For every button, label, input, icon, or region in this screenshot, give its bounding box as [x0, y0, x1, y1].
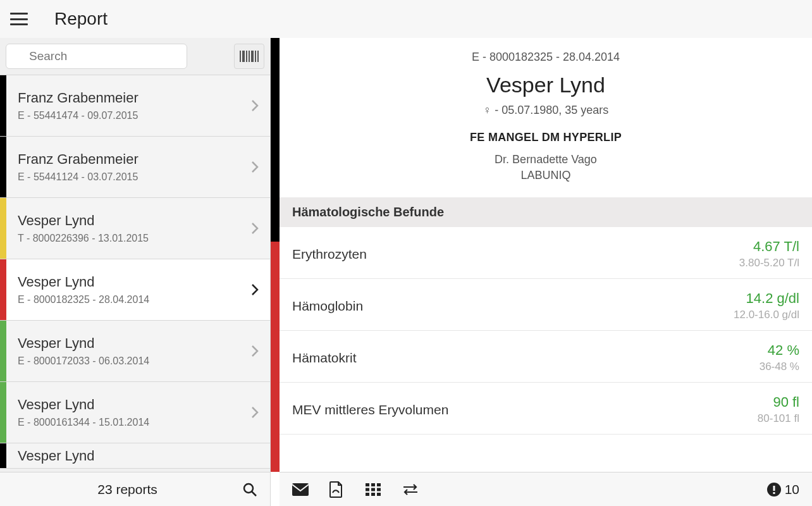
chevron-right-icon: [251, 222, 270, 235]
svg-rect-16: [773, 492, 775, 494]
svg-rect-15: [773, 486, 775, 491]
report-item-name: Vesper Lynd: [18, 397, 245, 413]
report-item-name: Vesper Lynd: [18, 448, 264, 464]
chevron-right-icon: [251, 283, 270, 296]
result-row[interactable]: Erythrozyten4.67 T/l3.80-5.20 T/l: [280, 227, 812, 279]
svg-rect-11: [366, 493, 369, 496]
swap-icon[interactable]: [402, 483, 420, 496]
chevron-right-icon: [251, 161, 270, 173]
status-stripe: [0, 443, 6, 468]
results-section-header: Hämatologische Befunde: [280, 197, 812, 227]
warning-icon: [767, 483, 781, 497]
result-label: Hämoglobin: [292, 299, 734, 314]
results-list: Erythrozyten4.67 T/l3.80-5.20 T/lHämoglo…: [280, 227, 812, 472]
report-list-item[interactable]: Franz GrabenmeierE - 55441124 - 03.07.20…: [0, 137, 270, 198]
report-item-name: Vesper Lynd: [18, 213, 245, 229]
result-row[interactable]: MEV mittleres Eryvolumen90 fl80-101 fl: [280, 383, 812, 435]
search-input[interactable]: [6, 44, 187, 69]
report-item-meta: E - 8000182325 - 28.04.2014: [18, 294, 245, 305]
report-item-name: Vesper Lynd: [18, 335, 245, 352]
pdf-icon[interactable]: [329, 481, 347, 498]
svg-rect-9: [371, 488, 375, 491]
result-value: 90 fl: [758, 394, 799, 410]
status-stripe: [0, 259, 6, 320]
report-item-meta: T - 8000226396 - 13.01.2015: [18, 233, 245, 244]
mail-icon[interactable]: [292, 483, 310, 496]
result-row[interactable]: Hämatokrit42 %36-48 %: [280, 331, 812, 383]
svg-rect-12: [371, 493, 375, 496]
patient-name: Vesper Lynd: [286, 73, 806, 97]
grid-icon[interactable]: [366, 483, 383, 496]
result-value: 14.2 g/dl: [734, 290, 799, 307]
report-list: Franz GrabenmeierE - 55441474 - 09.07.20…: [0, 75, 270, 472]
result-label: Erythrozyten: [292, 247, 739, 262]
patient-lab: LABUNIQ: [286, 169, 806, 182]
report-list-item[interactable]: Vesper LyndE - 8000172033 - 06.03.2014: [0, 321, 270, 382]
report-item-name: Franz Grabenmeier: [18, 151, 245, 168]
chevron-right-icon: [251, 345, 270, 357]
svg-rect-4: [292, 483, 309, 496]
result-label: MEV mittleres Eryvolumen: [292, 402, 758, 417]
app-header: Report: [0, 0, 812, 38]
report-item-name: Franz Grabenmeier: [18, 90, 245, 106]
report-item-meta: E - 55441474 - 09.07.2015: [18, 110, 245, 121]
patient-header: E - 8000182325 - 28.04.2014 Vesper Lynd …: [280, 38, 812, 197]
svg-line-3: [252, 491, 256, 496]
svg-rect-7: [377, 483, 381, 486]
svg-point-2: [244, 484, 253, 493]
status-stripe: [0, 198, 6, 259]
search-button[interactable]: [242, 482, 257, 497]
status-stripe: [0, 382, 6, 443]
svg-rect-8: [366, 488, 369, 491]
chevron-right-icon: [251, 99, 270, 112]
result-range: 12.0-16.0 g/dl: [734, 309, 799, 321]
barcode-button[interactable]: [234, 44, 264, 69]
page-title: Report: [54, 9, 108, 29]
patient-demo: ♀ - 05.07.1980, 35 years: [286, 104, 806, 117]
result-value: 4.67 T/l: [739, 238, 799, 255]
report-item-meta: E - 8000161344 - 15.01.2014: [18, 417, 245, 428]
warning-indicator[interactable]: 10: [767, 482, 799, 497]
svg-rect-13: [377, 493, 381, 496]
result-range: 3.80-5.20 T/l: [739, 257, 799, 269]
barcode-icon: [240, 51, 259, 62]
report-item-name: Vesper Lynd: [18, 274, 245, 290]
report-item-meta: E - 8000172033 - 06.03.2014: [18, 355, 245, 367]
report-list-item[interactable]: Vesper LyndT - 8000226396 - 13.01.2015: [0, 198, 270, 259]
svg-rect-10: [377, 488, 381, 491]
report-list-item[interactable]: Vesper Lynd: [0, 443, 270, 469]
report-list-item[interactable]: Franz GrabenmeierE - 55441474 - 09.07.20…: [0, 75, 270, 137]
menu-icon[interactable]: [10, 13, 28, 25]
sidebar-footer: 23 reports: [0, 472, 270, 506]
result-range: 80-101 fl: [758, 412, 799, 425]
warning-count: 10: [785, 482, 799, 497]
svg-rect-6: [371, 483, 375, 486]
result-value: 42 %: [760, 342, 799, 359]
patient-diagnosis: FE MANGEL DM HYPERLIP: [286, 131, 806, 144]
chevron-right-icon: [251, 406, 270, 419]
report-list-item[interactable]: Vesper LyndE - 8000182325 - 28.04.2014: [0, 259, 270, 321]
report-sidebar: Franz GrabenmeierE - 55441474 - 09.07.20…: [0, 38, 271, 506]
report-item-meta: E - 55441124 - 03.07.2015: [18, 171, 245, 183]
report-list-item[interactable]: Vesper LyndE - 8000161344 - 15.01.2014: [0, 382, 270, 443]
patient-id-line: E - 8000182325 - 28.04.2014: [286, 51, 806, 64]
patient-doctor: Dr. Bernadette Vago: [286, 153, 806, 166]
detail-status-stripe: [271, 38, 280, 472]
result-row[interactable]: Hämoglobin14.2 g/dl12.0-16.0 g/dl: [280, 279, 812, 331]
report-count: 23 reports: [13, 482, 242, 497]
status-stripe: [0, 137, 6, 197]
result-range: 36-48 %: [760, 361, 799, 373]
detail-footer: 10: [280, 472, 812, 506]
result-label: Hämatokrit: [292, 350, 760, 366]
status-stripe: [0, 321, 6, 381]
report-detail: E - 8000182325 - 28.04.2014 Vesper Lynd …: [271, 38, 812, 506]
status-stripe: [0, 75, 6, 136]
svg-rect-5: [366, 483, 369, 486]
